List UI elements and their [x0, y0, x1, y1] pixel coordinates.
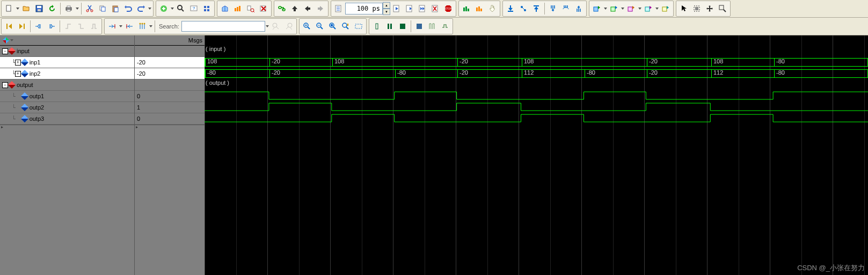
search-next-icon[interactable] — [283, 20, 295, 32]
simulate-icon[interactable] — [245, 3, 257, 15]
step-up-blue-icon[interactable] — [517, 3, 529, 15]
select-icon[interactable] — [691, 3, 703, 15]
mem-2-icon[interactable] — [473, 3, 485, 15]
reload-icon[interactable] — [46, 3, 58, 15]
move-icon[interactable] — [704, 3, 716, 15]
break-run-icon[interactable] — [429, 3, 441, 15]
link-icon[interactable] — [276, 3, 288, 15]
wave-row-outp1[interactable] — [205, 90, 868, 102]
zoom-cursor-icon[interactable] — [340, 20, 352, 32]
step-over-stack-icon[interactable] — [560, 3, 572, 15]
signal-row-inp1[interactable]: └+inp1 — [0, 57, 134, 68]
expand-icon[interactable]: + — [15, 60, 21, 66]
pan-icon[interactable] — [486, 3, 498, 15]
cursor-icon[interactable] — [678, 3, 690, 15]
run-icon[interactable] — [391, 3, 403, 15]
add-icon[interactable] — [158, 3, 170, 15]
copy-icon[interactable] — [97, 3, 108, 15]
step-down-stack-icon[interactable] — [547, 3, 559, 15]
continue-run-icon[interactable] — [404, 3, 415, 15]
compile-all-icon[interactable] — [232, 3, 244, 15]
row-resize-handle[interactable] — [0, 125, 134, 128]
right-icon[interactable] — [315, 3, 326, 15]
msg-row-outp2[interactable]: 1 — [135, 102, 205, 113]
fall-icon[interactable] — [75, 20, 87, 32]
left-icon[interactable] — [302, 3, 313, 15]
signal-row-outp1[interactable]: └outp1 — [0, 91, 134, 102]
analog-4-icon[interactable] — [413, 20, 425, 32]
analog-6-icon[interactable] — [439, 20, 451, 32]
restart-icon[interactable] — [591, 3, 603, 15]
msg-row-output[interactable] — [135, 79, 205, 91]
msg-row-outp3[interactable]: 0 — [135, 113, 205, 125]
open-icon[interactable] — [20, 3, 32, 15]
zoom-range-icon[interactable] — [353, 20, 364, 32]
restart-5-icon[interactable] — [660, 3, 672, 15]
run-length-icon[interactable] — [333, 3, 345, 15]
wave-row-inp1[interactable]: 108-20108-20108-20108-80 — [205, 56, 868, 68]
signal-row-outp2[interactable]: └outp2 — [0, 102, 134, 113]
undo-icon[interactable] — [122, 3, 134, 15]
signal-header[interactable] — [0, 35, 134, 46]
row-resize-handle-2[interactable] — [135, 125, 205, 128]
paste-icon[interactable] — [110, 3, 121, 15]
up-blue-icon[interactable] — [530, 3, 542, 15]
zoom-out-icon[interactable] — [314, 20, 326, 32]
wave-row-output[interactable]: ( output ) — [205, 79, 868, 90]
edge-next-icon[interactable] — [46, 20, 57, 32]
signal-row-input[interactable]: −input — [0, 46, 134, 57]
step-down-blue-icon[interactable] — [505, 3, 516, 15]
waveform-column[interactable]: ( input )108-20108-20108-20108-80-80-20-… — [205, 35, 868, 275]
print-icon[interactable] — [63, 3, 75, 15]
zoom-full-icon[interactable] — [327, 20, 339, 32]
collapse-icon[interactable]: − — [2, 48, 8, 54]
analog-5-icon[interactable] — [426, 20, 438, 32]
mem-1-icon[interactable] — [461, 3, 472, 15]
signal-row-outp3[interactable]: └outp3 — [0, 113, 134, 125]
compile-icon[interactable] — [219, 3, 231, 15]
wave-row-inp2[interactable]: -80-20-80-20112-80-20112-80 — [205, 68, 868, 79]
expand-icon[interactable]: + — [15, 71, 21, 77]
toggle-leaf-icon[interactable] — [201, 3, 213, 15]
cut-icon[interactable] — [84, 3, 96, 15]
wave-row-outp3[interactable] — [205, 113, 868, 124]
stop-icon[interactable]: STOP — [442, 3, 454, 15]
help-icon[interactable]: ? — [188, 3, 200, 15]
run-length-input[interactable] — [345, 3, 383, 15]
msg-row-outp1[interactable]: 0 — [135, 91, 205, 102]
any-edge-icon[interactable] — [88, 20, 100, 32]
msg-row-inp2[interactable]: -20 — [135, 68, 205, 79]
signal-row-inp2[interactable]: └+inp2 — [0, 68, 134, 79]
collapse-icon[interactable]: − — [2, 82, 8, 88]
search-prev-icon[interactable] — [270, 20, 282, 32]
history-dropdown[interactable] — [148, 3, 152, 14]
rise-icon[interactable] — [62, 20, 74, 32]
redo-icon[interactable] — [135, 3, 147, 15]
find-icon[interactable] — [175, 3, 187, 15]
step-up-stack-icon[interactable] — [573, 3, 585, 15]
restart-2-icon[interactable] — [608, 3, 620, 15]
run-length-spinner[interactable]: ▲▼ — [383, 2, 390, 15]
zoom-in-icon[interactable] — [301, 20, 313, 32]
wave-row-input[interactable]: ( input ) — [205, 45, 868, 56]
remove-cursor-icon[interactable] — [123, 20, 135, 32]
restart-3-icon[interactable] — [625, 3, 637, 15]
wave-row-outp2[interactable] — [205, 102, 868, 113]
msg-row-inp1[interactable]: -20 — [135, 57, 205, 68]
edge-prev-icon[interactable] — [33, 20, 45, 32]
new-dropdown[interactable] — [16, 3, 20, 14]
analog-3-icon[interactable] — [397, 20, 409, 32]
print-dropdown[interactable] — [75, 3, 79, 14]
cursor-prev-icon[interactable] — [3, 20, 15, 32]
save-icon[interactable] — [33, 3, 45, 15]
up-icon[interactable] — [289, 3, 301, 15]
analog-1-icon[interactable] — [371, 20, 383, 32]
signal-row-output[interactable]: −output — [0, 79, 134, 91]
run-all-icon[interactable] — [417, 3, 428, 15]
new-icon[interactable] — [3, 3, 15, 15]
analog-2-icon[interactable] — [384, 20, 396, 32]
add-dropdown[interactable] — [170, 3, 174, 14]
msg-row-input[interactable] — [135, 46, 205, 57]
cursor-next-icon[interactable] — [16, 20, 28, 32]
cursors-icon[interactable] — [136, 20, 148, 32]
